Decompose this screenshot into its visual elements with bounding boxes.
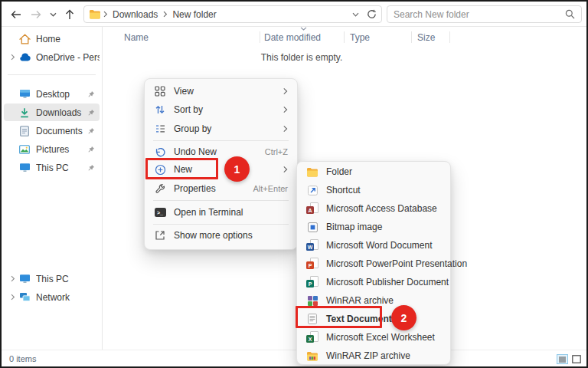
address-bar[interactable]: Downloads New folder — [83, 5, 382, 23]
column-divider[interactable] — [449, 31, 450, 43]
address-dropdown-icon[interactable] — [352, 12, 359, 17]
sidebar-item-network[interactable]: Network — [4, 288, 100, 306]
refresh-icon[interactable] — [367, 9, 377, 19]
network-icon — [18, 292, 31, 302]
menu-item-label: Sort by — [174, 104, 203, 115]
sidebar-item-label: Home — [36, 34, 100, 44]
sidebar-item-documents[interactable]: Documents — [4, 122, 100, 140]
column-header-name[interactable]: Name — [124, 30, 149, 45]
submenu-arrow-icon — [283, 166, 288, 173]
column-header-date-modified[interactable]: Date modified — [264, 30, 321, 45]
submenu-item-label: Bitmap image — [326, 222, 382, 232]
search-box[interactable] — [387, 5, 582, 23]
access-icon: A — [306, 202, 318, 215]
wrench-icon — [154, 182, 166, 195]
submenu-item-label: Microsoft Access Database — [326, 203, 437, 214]
submenu-item-label: Microsoft Publisher Document — [326, 277, 449, 288]
sidebar-item-desktop[interactable]: Desktop — [4, 85, 100, 103]
sidebar-item-label: Documents — [36, 126, 87, 136]
bitmap-icon — [306, 221, 318, 233]
menu-item-properties[interactable]: Properties Alt+Enter — [149, 179, 293, 198]
menu-divider — [153, 224, 289, 225]
terminal-icon: >_ — [154, 206, 166, 219]
item-count: 0 items — [9, 354, 36, 363]
sidebar-item-label: This PC — [36, 163, 87, 173]
downloads-icon — [18, 107, 31, 118]
breadcrumb-separator-icon — [101, 11, 109, 18]
undo-icon — [154, 146, 166, 158]
search-input[interactable] — [394, 9, 565, 20]
chevron-right-icon[interactable] — [7, 294, 18, 301]
back-button[interactable] — [8, 6, 24, 23]
menu-item-show-more-options[interactable]: Show more options — [149, 226, 293, 245]
forward-button[interactable] — [28, 6, 44, 23]
chevron-right-icon[interactable] — [7, 54, 18, 61]
breadcrumb-separator-icon — [161, 11, 169, 18]
column-divider[interactable] — [344, 31, 345, 43]
sidebar-item-downloads[interactable]: Downloads — [4, 104, 100, 121]
submenu-item-publisher-document[interactable]: P Microsoft Publisher Document — [301, 273, 446, 291]
group-by-icon — [154, 123, 166, 135]
column-header-size[interactable]: Size — [417, 30, 435, 45]
winrar-icon — [306, 294, 318, 307]
submenu-item-powerpoint-presentation[interactable]: P Microsoft PowerPoint Presentation — [301, 255, 446, 273]
submenu-item-excel-worksheet[interactable]: X Microsoft Excel Worksheet — [301, 328, 446, 347]
breadcrumb-item-new-folder[interactable]: New folder — [169, 9, 219, 20]
column-divider[interactable] — [260, 31, 260, 43]
menu-item-group-by[interactable]: Group by — [149, 120, 293, 138]
column-divider[interactable] — [411, 31, 412, 43]
computer-icon — [18, 274, 31, 284]
show-more-options-icon — [154, 229, 166, 242]
step-badge-2: 2 — [391, 305, 416, 330]
sidebar-divider — [8, 74, 96, 75]
column-header-type[interactable]: Type — [350, 30, 370, 45]
shortcut-icon — [306, 184, 318, 196]
breadcrumb-item-downloads[interactable]: Downloads — [109, 9, 161, 20]
large-icons-view-button[interactable] — [570, 354, 582, 364]
menu-item-sort-by[interactable]: Sort by — [149, 100, 293, 119]
status-bar: 0 items — [2, 350, 586, 366]
desktop-icon — [18, 89, 31, 99]
navigation-sidebar: Home OneDrive - Personal Desktop — [2, 27, 103, 350]
sidebar-item-label: Network — [36, 292, 100, 303]
submenu-item-winrar-zip-archive[interactable]: WinRAR ZIP archive — [301, 347, 446, 365]
submenu-arrow-icon — [283, 87, 288, 95]
highlight-box-new — [145, 158, 218, 179]
sidebar-item-pictures[interactable]: Pictures — [4, 140, 100, 158]
pin-icon — [87, 90, 95, 98]
menu-item-label: Properties — [174, 183, 216, 194]
new-submenu: Folder Shortcut A Microsoft Access Datab… — [296, 161, 451, 365]
submenu-item-access-database[interactable]: A Microsoft Access Database — [301, 199, 446, 218]
home-icon — [18, 34, 31, 44]
menu-divider — [153, 200, 289, 201]
search-icon — [565, 9, 575, 19]
sidebar-item-this-pc[interactable]: This PC — [4, 270, 100, 288]
computer-icon — [18, 163, 31, 172]
sidebar-item-onedrive[interactable]: OneDrive - Personal — [4, 48, 100, 66]
details-view-button[interactable] — [557, 354, 568, 364]
up-arrow-icon — [65, 9, 74, 20]
up-button[interactable] — [61, 6, 78, 23]
submenu-arrow-icon — [283, 125, 288, 133]
recent-locations-button[interactable] — [44, 6, 61, 23]
chevron-right-icon[interactable] — [7, 275, 18, 282]
submenu-item-shortcut[interactable]: Shortcut — [301, 181, 446, 199]
submenu-item-bitmap-image[interactable]: Bitmap image — [301, 218, 446, 236]
sidebar-item-this-pc-pinned[interactable]: This PC — [4, 159, 100, 176]
pin-icon — [87, 164, 95, 172]
sort-chevron-icon — [300, 27, 307, 31]
menu-item-label: View — [174, 86, 194, 97]
sidebar-item-home[interactable]: Home — [4, 30, 100, 48]
submenu-item-word-document[interactable]: W Microsoft Word Document — [301, 236, 446, 255]
menu-item-open-in-terminal[interactable]: >_ Open in Terminal — [149, 203, 293, 222]
menu-divider — [153, 140, 289, 141]
menu-item-view[interactable]: View — [149, 82, 293, 100]
publisher-icon: P — [306, 276, 318, 288]
submenu-item-label: Microsoft Word Document — [326, 240, 433, 251]
submenu-item-label: Folder — [326, 166, 352, 177]
submenu-item-label: Shortcut — [326, 185, 361, 196]
documents-icon — [18, 126, 31, 136]
submenu-item-folder[interactable]: Folder — [301, 163, 446, 181]
menu-item-label: Show more options — [174, 230, 253, 241]
navigation-toolbar: Downloads New folder — [2, 2, 586, 27]
